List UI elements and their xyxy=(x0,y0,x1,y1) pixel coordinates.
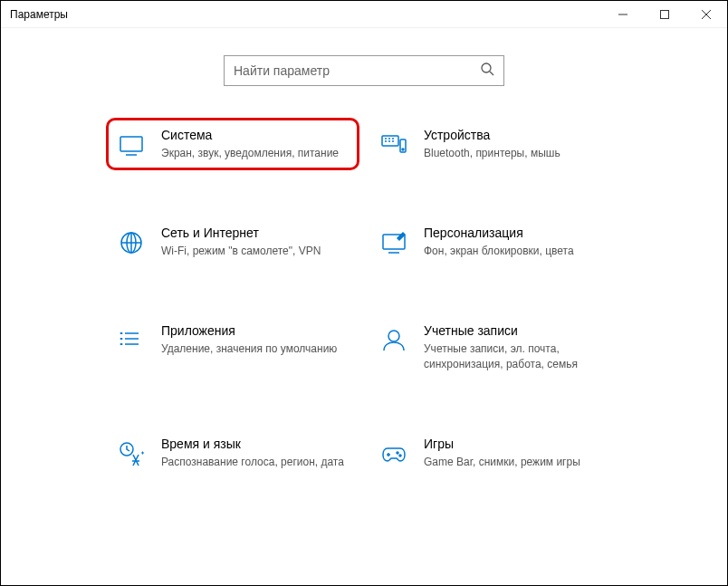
window-title: Параметры xyxy=(10,8,68,21)
system-icon xyxy=(116,130,147,160)
tile-title: Сеть и Интернет xyxy=(161,226,350,240)
tile-desc: Фон, экран блокировки, цвета xyxy=(424,244,612,258)
titlebar: Параметры xyxy=(1,1,727,28)
svg-rect-0 xyxy=(661,10,669,18)
search-icon xyxy=(480,62,494,80)
tile-desc: Распознавание голоса, регион, дата xyxy=(161,455,350,469)
tile-devices[interactable]: Устройства Bluetooth, принтеры, мышь xyxy=(373,122,618,166)
svg-point-9 xyxy=(388,331,399,341)
tile-title: Время и язык xyxy=(161,437,350,451)
svg-point-5 xyxy=(402,149,404,150)
tile-desc: Удаление, значения по умолчанию xyxy=(161,341,350,356)
tile-system[interactable]: Система Экран, звук, уведомления, питани… xyxy=(106,118,359,170)
personalization-icon xyxy=(378,227,409,258)
svg-rect-2 xyxy=(120,137,142,151)
tile-desc: Учетные записи, эл. почта, синхронизация… xyxy=(424,341,612,370)
tile-network[interactable]: Сеть и Интернет Wi-Fi, режим "в самолете… xyxy=(110,220,355,264)
time-language-icon xyxy=(116,438,147,469)
close-button[interactable] xyxy=(685,1,727,28)
tile-personalization[interactable]: Персонализация Фон, экран блокировки, цв… xyxy=(373,220,618,264)
svg-point-1 xyxy=(482,63,491,72)
apps-icon xyxy=(116,325,147,356)
tile-title: Система xyxy=(161,128,350,142)
tile-desc: Экран, звук, уведомления, питание xyxy=(161,146,350,160)
devices-icon xyxy=(378,130,409,160)
content-area: Система Экран, звук, уведомления, питани… xyxy=(1,28,727,585)
tile-gaming[interactable]: Игры Game Bar, снимки, режим игры xyxy=(373,431,618,475)
tile-accounts[interactable]: Учетные записи Учетные записи, эл. почта… xyxy=(373,318,618,376)
minimize-button[interactable] xyxy=(602,1,644,28)
tile-title: Приложения xyxy=(161,323,350,338)
tile-desc: Bluetooth, принтеры, мышь xyxy=(424,146,612,160)
tiles-grid: Система Экран, звук, уведомления, питани… xyxy=(74,122,654,475)
tile-apps[interactable]: Приложения Удаление, значения по умолчан… xyxy=(110,318,355,376)
tile-title: Игры xyxy=(424,437,612,451)
tile-title: Учетные записи xyxy=(424,323,612,338)
gaming-icon xyxy=(378,438,409,469)
tile-time-language[interactable]: Время и язык Распознавание голоса, регио… xyxy=(110,431,355,475)
tile-desc: Wi-Fi, режим "в самолете", VPN xyxy=(161,244,350,258)
svg-point-11 xyxy=(397,452,398,454)
search-input[interactable] xyxy=(234,63,480,78)
search-box[interactable] xyxy=(224,55,504,86)
maximize-button[interactable] xyxy=(644,1,685,28)
settings-window: Параметры Си xyxy=(0,0,728,586)
tile-title: Устройства xyxy=(424,128,612,142)
tile-title: Персонализация xyxy=(424,226,612,240)
svg-point-12 xyxy=(399,455,401,456)
window-controls xyxy=(602,1,727,28)
accounts-icon xyxy=(378,325,409,356)
tile-desc: Game Bar, снимки, режим игры xyxy=(424,455,612,469)
network-icon xyxy=(116,227,147,258)
